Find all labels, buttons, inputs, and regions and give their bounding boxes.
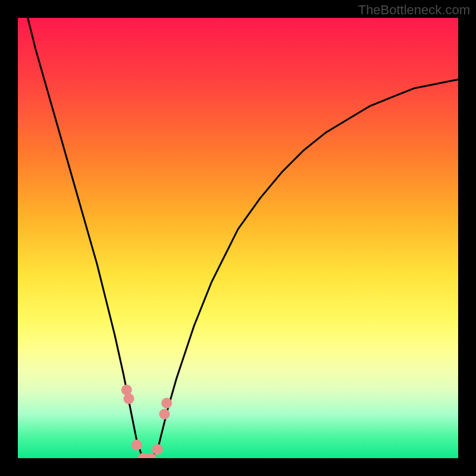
plot-area [18, 18, 458, 458]
marker-dot [161, 398, 172, 409]
outer-frame: TheBottleneck.com [0, 0, 476, 476]
chart-svg [18, 18, 458, 458]
marker-dot [152, 444, 163, 455]
watermark-text: TheBottleneck.com [358, 2, 470, 18]
marker-dot [124, 393, 134, 404]
marker-dot [131, 440, 142, 450]
marker-dot [159, 409, 170, 419]
curve-path [18, 18, 458, 458]
bottleneck-curve [18, 18, 458, 458]
